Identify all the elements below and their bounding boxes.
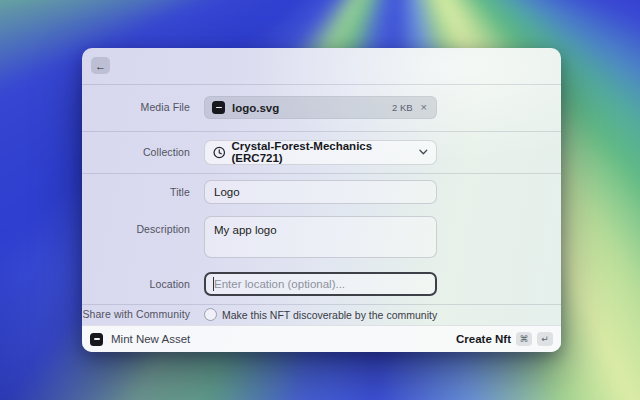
back-button[interactable]: ← [91,57,110,74]
location-row: Location [82,272,561,296]
description-label: Description [82,216,190,236]
app-name: Mint New Asset [111,333,456,345]
description-textarea[interactable]: My app logo [204,216,437,258]
dialog-footer: Mint New Asset Create Nft ⌘ ↵ [82,325,561,352]
screen: ← Media File logo.svg 2 KB × Collection [0,0,640,400]
title-input[interactable] [204,180,437,204]
title-label: Title [82,186,190,199]
share-checkbox[interactable] [204,308,217,321]
media-file-chip[interactable]: logo.svg 2 KB × [204,96,437,119]
file-name: logo.svg [232,102,392,114]
collection-value: Crystal-Forest-Mechanics (ERC721) [232,140,420,164]
file-icon [212,101,225,114]
location-input[interactable] [204,272,437,296]
return-key-icon: ↵ [537,332,553,346]
collection-row: Collection Crystal-Forest-Mechanics (ERC… [82,131,561,173]
collection-label: Collection [82,146,190,159]
chevron-down-icon [419,149,428,155]
description-row: Description My app logo [82,216,561,258]
location-field-wrap [204,272,437,296]
command-key-icon: ⌘ [516,332,532,346]
share-row: Share with Community Make this NFT disco… [82,304,561,325]
share-label: Share with Community [82,308,190,321]
clock-icon [213,146,226,159]
app-icon [90,333,103,346]
share-option-text: Make this NFT discoverable by the commun… [222,309,437,321]
remove-file-icon[interactable]: × [421,102,427,113]
create-nft-button[interactable]: Create Nft [456,333,511,345]
text-caret [213,277,214,291]
back-arrow-icon: ← [95,60,106,72]
section-divider [82,173,561,174]
file-size: 2 KB [392,102,413,113]
title-row: Title [82,178,561,206]
collection-select[interactable]: Crystal-Forest-Mechanics (ERC721) [204,140,437,165]
location-label: Location [82,278,190,291]
media-file-label: Media File [82,101,190,114]
mint-asset-dialog: ← Media File logo.svg 2 KB × Collection [82,48,561,352]
media-file-row: Media File logo.svg 2 KB × [82,84,561,131]
